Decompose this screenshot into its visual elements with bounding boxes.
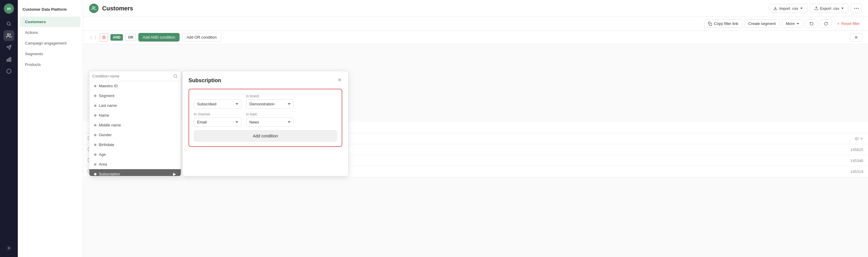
subscription-panel-title: Subscription xyxy=(188,77,221,84)
dot-icon xyxy=(94,114,96,117)
search-nav-icon[interactable] xyxy=(4,19,14,29)
sidebar-item-customers[interactable]: Customers xyxy=(20,17,81,27)
condition-item-age[interactable]: Age xyxy=(89,150,181,159)
svg-point-11 xyxy=(858,8,859,9)
close-condition-button[interactable] xyxy=(850,33,862,41)
svg-point-6 xyxy=(92,6,94,8)
sidebar-item-segments[interactable]: Segments xyxy=(20,49,81,59)
condition-item-maestro-id[interactable]: Maestro ID xyxy=(89,81,181,91)
channel-label: in channel xyxy=(194,112,241,116)
delete-condition-button[interactable] xyxy=(100,33,108,41)
left-nav-header: Customer Data Platform xyxy=(18,5,83,16)
dot-icon xyxy=(94,124,96,126)
page-title: Customers xyxy=(102,5,765,12)
condition-item-last-name[interactable]: Last name xyxy=(89,101,181,110)
dot-icon xyxy=(94,85,96,87)
main-header: Customers Import .csv Export .csv xyxy=(83,0,868,17)
puzzle-nav-icon[interactable] xyxy=(4,66,14,76)
subscription-row1: Subscribed Unsubscribed in brand Demonst… xyxy=(194,94,337,108)
subscription-row2: in channel Email SMS Push in topic News xyxy=(194,112,337,127)
sidebar-item-actions[interactable]: Actions xyxy=(20,27,81,38)
settings-nav-icon[interactable] xyxy=(4,243,14,253)
subscription-panel-header: Subscription xyxy=(188,77,342,84)
svg-rect-4 xyxy=(10,57,11,61)
header-actions: Import .csv Export .csv xyxy=(769,4,862,13)
customer-id: 145825 xyxy=(515,144,868,155)
create-segment-button[interactable]: Create segment xyxy=(745,19,780,28)
copy-filter-link-button[interactable]: Copy filter link xyxy=(704,19,742,28)
users-nav-icon[interactable] xyxy=(4,30,14,41)
add-condition-button[interactable]: Add condition xyxy=(194,130,337,141)
megaphone-nav-icon[interactable] xyxy=(4,42,14,53)
channel-select-group: in channel Email SMS Push xyxy=(194,112,241,127)
drag-handle[interactable]: ⋮⋮ xyxy=(89,35,97,40)
condition-item-subscription[interactable]: Subscription ▶ xyxy=(89,169,181,176)
filter-bar: Copy filter link Create segment More Res… xyxy=(83,17,868,31)
left-nav: Customer Data Platform Customers Actions… xyxy=(18,0,83,257)
subscription-config-box: Subscribed Unsubscribed in brand Demonst… xyxy=(188,89,342,147)
svg-point-0 xyxy=(7,22,10,25)
topic-label: in topic xyxy=(246,112,293,116)
content-wrapper: Maestro ID Segment Last name Name Middle… xyxy=(83,44,868,257)
main-content: Customers Import .csv Export .csv Copy f… xyxy=(83,0,868,257)
topic-select[interactable]: News Promotions Updates xyxy=(246,118,293,127)
brand-select-group: in brand Demonstration Other xyxy=(246,94,293,108)
sidebar-item-products[interactable]: Products xyxy=(20,59,81,70)
status-select-group: Subscribed Unsubscribed xyxy=(194,99,241,108)
condition-item-birthdate[interactable]: Birthdate xyxy=(89,140,181,150)
chart-nav-icon[interactable] xyxy=(4,54,14,65)
svg-point-9 xyxy=(854,8,855,9)
dot-icon xyxy=(94,154,96,156)
table-header-id: ID xyxy=(515,133,868,144)
svg-point-10 xyxy=(856,8,857,9)
svg-point-17 xyxy=(174,74,177,77)
condition-name-dropdown: Maestro ID Segment Last name Name Middle… xyxy=(89,71,181,176)
dot-icon xyxy=(94,143,96,146)
brand-label: in brand xyxy=(246,94,293,98)
customer-id: 145346 xyxy=(515,155,868,166)
sidebar-avatar[interactable]: m xyxy=(4,4,14,14)
sidebar: m xyxy=(0,0,18,257)
close-subscription-panel-button[interactable] xyxy=(337,77,342,84)
dot-icon xyxy=(94,104,96,107)
export-csv-button[interactable]: Export .csv xyxy=(810,4,848,13)
status-select[interactable]: Subscribed Unsubscribed xyxy=(194,99,241,108)
svg-point-1 xyxy=(7,34,9,35)
condition-search-bar xyxy=(89,71,181,81)
more-filter-button[interactable]: More xyxy=(782,19,803,28)
svg-rect-3 xyxy=(9,58,9,61)
condition-item-area[interactable]: Area xyxy=(89,159,181,169)
and-tag: AND xyxy=(111,34,123,41)
svg-rect-12 xyxy=(710,23,712,26)
add-or-condition-button[interactable]: Add OR condition xyxy=(182,33,221,41)
search-icon xyxy=(173,74,178,78)
svg-point-5 xyxy=(8,248,10,249)
dot-icon xyxy=(94,173,96,175)
customer-id: 145319 xyxy=(515,166,868,177)
dot-icon xyxy=(94,163,96,166)
redo-filter-button[interactable] xyxy=(820,20,832,28)
import-csv-button[interactable]: Import .csv xyxy=(769,4,807,13)
or-tag: OR xyxy=(125,34,136,41)
dot-icon xyxy=(94,95,96,97)
topic-select-group: in topic News Promotions Updates xyxy=(246,112,293,127)
condition-search-input[interactable] xyxy=(92,74,173,78)
arrow-icon: ▶ xyxy=(173,172,176,176)
dropdown-overlay: Maestro ID Segment Last name Name Middle… xyxy=(89,71,348,176)
condition-bar: ⋮⋮ AND OR Add AND condition Add OR condi… xyxy=(83,31,868,44)
more-options-button[interactable] xyxy=(851,4,862,13)
condition-list: Maestro ID Segment Last name Name Middle… xyxy=(89,81,181,176)
condition-item-name[interactable]: Name xyxy=(89,110,181,120)
reset-filter-button[interactable]: Reset filter xyxy=(834,20,862,28)
add-and-condition-button[interactable]: Add AND condition xyxy=(138,33,180,41)
brand-select[interactable]: Demonstration Other xyxy=(246,99,293,108)
page-icon xyxy=(89,4,98,13)
condition-item-gender[interactable]: Gender xyxy=(89,130,181,140)
channel-select[interactable]: Email SMS Push xyxy=(194,118,241,127)
condition-item-middle-name[interactable]: Middle name xyxy=(89,120,181,130)
undo-filter-button[interactable] xyxy=(806,20,817,28)
dot-icon xyxy=(94,134,96,136)
subscription-panel: Subscription Subscribed Unsubscribed xyxy=(182,71,348,176)
sidebar-item-campaign-engagement[interactable]: Campaign engagement xyxy=(20,38,81,49)
condition-item-segment[interactable]: Segment xyxy=(89,91,181,101)
